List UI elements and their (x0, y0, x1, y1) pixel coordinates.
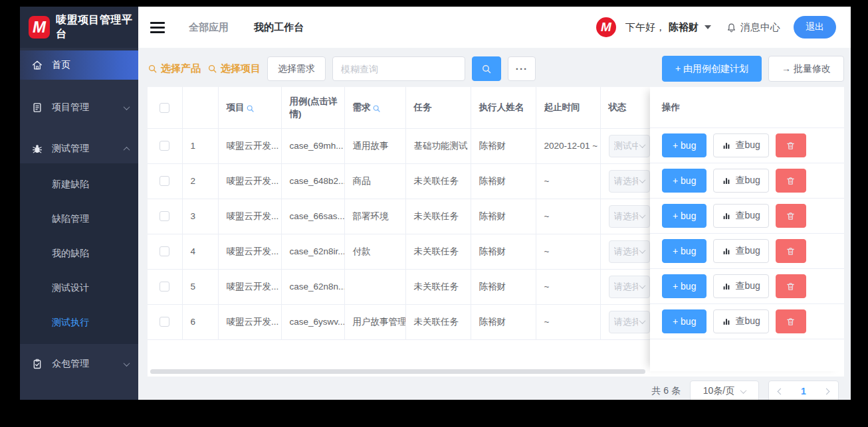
select-all-checkbox[interactable] (160, 103, 169, 113)
cell-index: 1 (182, 128, 218, 163)
message-center[interactable]: 消息中心 (726, 21, 780, 34)
sidebar-item-test-execution[interactable]: 测试执行 (20, 305, 138, 340)
cell-index: 3 (182, 199, 218, 234)
sidebar-item-test-design[interactable]: 测试设计 (20, 271, 138, 305)
row-checkbox[interactable] (160, 282, 169, 292)
select-product-link[interactable]: 选择产品 (148, 62, 201, 75)
cell-requirement: 用户故事管理 (344, 304, 405, 339)
select-requirement-button[interactable]: 选择需求 (267, 56, 326, 81)
search-button[interactable] (472, 56, 501, 81)
fuzzy-search-input[interactable] (332, 56, 465, 81)
main-area: 全部应用 我的工作台 M 下午好，陈裕财 消息中心 退出 (138, 7, 851, 400)
row-checkbox[interactable] (160, 211, 169, 221)
view-bug-button[interactable]: 查bug (713, 309, 768, 333)
row-checkbox[interactable] (160, 317, 169, 327)
view-bug-button[interactable]: 查bug (713, 239, 768, 263)
sidebar-item-crowdsourcing[interactable]: 众包管理 (20, 349, 138, 379)
clipboard-icon (31, 358, 43, 370)
status-select[interactable]: 请选择 (609, 311, 650, 333)
col-dates: 起止时间 (536, 87, 600, 128)
cell-usecase[interactable]: case_62n8ir... (281, 234, 344, 269)
cell-requirement: 商品 (344, 163, 405, 199)
col-requirement[interactable]: 需求 (344, 87, 405, 128)
bar-chart-icon (722, 176, 731, 185)
col-project[interactable]: 项目 (218, 87, 281, 128)
user-menu[interactable]: 下午好，陈裕财 (625, 21, 711, 34)
app-window: M 唛盟项目管理平台 首页 项目管理 测试管理 新建缺陷 缺陷管理 我的缺陷 (20, 7, 851, 400)
delete-button[interactable] (776, 309, 806, 333)
menu-toggle-icon[interactable] (150, 22, 165, 33)
select-project-link[interactable]: 选择项目 (207, 62, 261, 75)
sidebar-item-home[interactable]: 首页 (20, 50, 138, 80)
row-checkbox[interactable] (160, 176, 169, 186)
status-select[interactable]: 请选择 (609, 276, 650, 298)
prev-page-button[interactable] (778, 389, 783, 394)
cell-index: 2 (182, 163, 218, 199)
view-bug-button[interactable]: 查bug (713, 169, 768, 193)
cell-project: 唛盟云开发... (218, 163, 281, 199)
cell-dates: ~ (536, 269, 600, 304)
page-size-select[interactable]: 10条/页 (690, 381, 759, 400)
home-icon (31, 59, 43, 71)
chevron-down-icon (740, 387, 747, 394)
view-bug-button[interactable]: 查bug (713, 204, 768, 228)
cell-requirement: 通用故事 (344, 128, 405, 163)
add-bug-button[interactable]: + bug (662, 169, 706, 193)
cell-usecase[interactable]: case_69mh... (281, 128, 344, 163)
logout-button[interactable]: 退出 (794, 16, 836, 39)
view-bug-button[interactable]: 查bug (713, 274, 768, 298)
row-checkbox[interactable] (160, 246, 169, 256)
pagination-bar: 共 6 条 10条/页 1 (148, 377, 844, 400)
sidebar-item-project-mgmt[interactable]: 项目管理 (20, 93, 138, 122)
cell-usecase[interactable]: case_6yswv... (281, 304, 344, 339)
test-mgmt-submenu: 新建缺陷 缺陷管理 我的缺陷 测试设计 测试执行 (20, 163, 138, 344)
trash-icon (786, 211, 796, 221)
create-plan-button[interactable]: + 由用例创建计划 (662, 56, 762, 82)
status-select[interactable]: 请选择 (609, 205, 650, 228)
cell-usecase[interactable]: case_62n8n... (281, 269, 344, 304)
cell-index: 5 (182, 269, 218, 304)
chevron-left-icon (777, 388, 784, 394)
sidebar-item-defect-mgmt[interactable]: 缺陷管理 (20, 202, 138, 236)
nav-all-apps[interactable]: 全部应用 (189, 21, 229, 34)
message-center-label: 消息中心 (740, 21, 780, 34)
delete-button[interactable] (776, 133, 806, 157)
bar-chart-icon (722, 317, 731, 326)
cell-usecase[interactable]: case_648b2... (281, 163, 344, 199)
cell-dates: ~ (536, 199, 600, 234)
batch-edit-button[interactable]: → 批量修改 (768, 56, 844, 82)
more-filters-button[interactable]: ... (508, 56, 536, 81)
add-bug-button[interactable]: + bug (662, 274, 706, 298)
add-bug-button[interactable]: + bug (662, 133, 706, 157)
greeting-text: 下午好， (625, 21, 665, 34)
chevron-down-icon (124, 104, 130, 110)
cell-usecase[interactable]: case_66sas... (281, 199, 344, 234)
cell-project: 唛盟云开发... (218, 269, 281, 304)
sidebar-menu: 首页 项目管理 测试管理 新建缺陷 缺陷管理 我的缺陷 测试设计 测试执行 (20, 48, 138, 400)
sidebar-item-clipped[interactable] (20, 394, 138, 400)
cell-index: 4 (182, 234, 218, 269)
sidebar-item-test-mgmt[interactable]: 测试管理 (20, 134, 138, 163)
sidebar-item-my-defects[interactable]: 我的缺陷 (20, 236, 138, 271)
view-bug-button[interactable]: 查bug (713, 133, 768, 157)
delete-button[interactable] (776, 169, 806, 193)
next-page-button[interactable] (824, 389, 829, 394)
add-bug-button[interactable]: + bug (662, 239, 706, 263)
delete-button[interactable] (776, 274, 806, 298)
delete-button[interactable] (776, 239, 806, 263)
cell-project: 唛盟云开发... (218, 304, 281, 339)
nav-my-workspace[interactable]: 我的工作台 (254, 21, 304, 34)
status-select[interactable]: 测试中 (609, 135, 650, 157)
status-select[interactable]: 请选择 (609, 170, 650, 193)
horizontal-scrollbar[interactable] (150, 369, 645, 374)
add-bug-button[interactable]: + bug (662, 309, 706, 333)
sidebar-item-new-defect[interactable]: 新建缺陷 (20, 167, 138, 202)
add-bug-button[interactable]: + bug (662, 204, 706, 228)
app-title: 唛盟项目管理平台 (56, 13, 138, 41)
row-actions: + bug 查bug (650, 234, 844, 269)
row-checkbox[interactable] (160, 141, 169, 151)
page-number[interactable]: 1 (801, 386, 806, 396)
status-select[interactable]: 请选择 (609, 240, 650, 263)
delete-button[interactable] (776, 204, 806, 228)
avatar[interactable]: M (596, 17, 616, 37)
